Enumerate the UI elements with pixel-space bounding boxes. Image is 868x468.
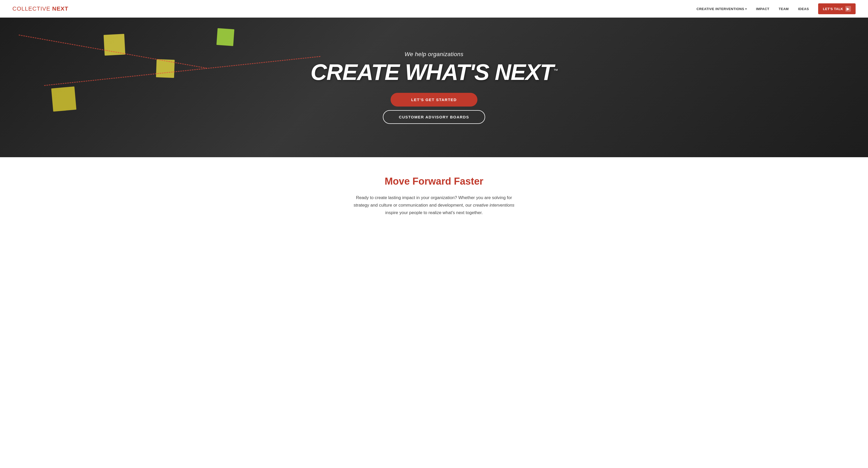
hero-content: We help organizations CREATE WHAT'S NEXT… [305, 51, 563, 124]
arrow-right-icon: ▶ [845, 6, 851, 12]
nav-impact[interactable]: IMPACT [756, 7, 769, 11]
section-title: Move Forward Faster [6, 176, 862, 187]
nav-links: CREATIVE INTERVENTIONS ▾ IMPACT TEAM IDE… [696, 3, 856, 14]
hero-buttons: LET'S GET STARTED CUSTOMER ADVISORY BOAR… [311, 93, 557, 124]
hero-title: CREATE WHAT'S NEXT™ [311, 61, 557, 84]
nav-creative-interventions[interactable]: CREATIVE INTERVENTIONS ▾ [696, 7, 747, 11]
logo[interactable]: COLLECTIVE NEXT [12, 5, 68, 12]
chevron-down-icon: ▾ [745, 7, 747, 10]
below-fold-section: Move Forward Faster Ready to create last… [0, 157, 868, 232]
sticky-note-decoration [51, 86, 76, 112]
nav-team[interactable]: TEAM [779, 7, 789, 11]
section-body: Ready to create lasting impact in your o… [349, 194, 519, 217]
get-started-button[interactable]: LET'S GET STARTED [391, 93, 477, 107]
navbar: COLLECTIVE NEXT CREATIVE INTERVENTIONS ▾… [0, 0, 868, 18]
hero-section: We help organizations CREATE WHAT'S NEXT… [0, 18, 868, 157]
lets-talk-button[interactable]: LET'S TALK ▶ [818, 3, 856, 14]
hero-subtitle: We help organizations [311, 51, 557, 58]
nav-ideas[interactable]: IDEAS [798, 7, 809, 11]
logo-collective: COLLECTIVE [12, 5, 52, 12]
sticky-note-decoration [216, 28, 234, 46]
logo-next: NEXT [52, 5, 68, 12]
customer-advisory-boards-button[interactable]: CUSTOMER ADVISORY BOARDS [383, 110, 485, 124]
